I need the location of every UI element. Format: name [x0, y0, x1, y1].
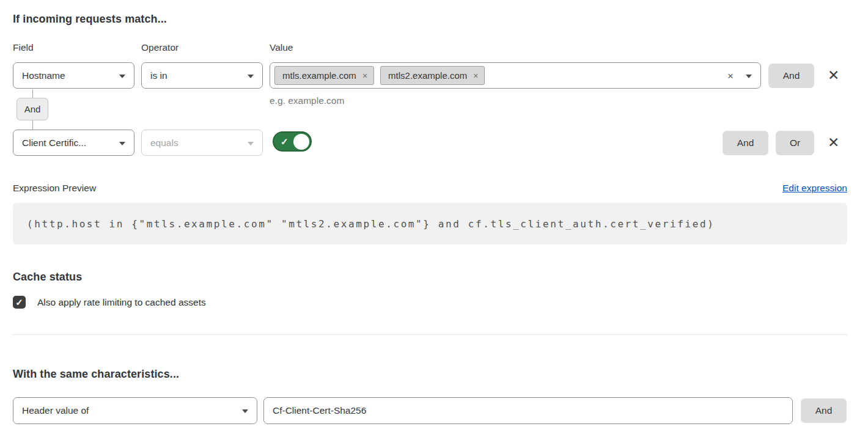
cached-assets-checkbox[interactable]: ✓ [13, 296, 26, 309]
operator-column-label: Operator [141, 42, 178, 53]
cert-verified-toggle[interactable]: ✓ [273, 131, 312, 152]
value-tag-text: mtls.example.com [282, 70, 356, 81]
rate-limit-rule-form: If incoming requests match... Field Oper… [0, 0, 868, 440]
field-select-row1[interactable]: Hostname [13, 62, 134, 89]
chevron-down-icon [119, 75, 125, 78]
field-select-row2[interactable]: Client Certific... [13, 130, 134, 156]
cached-assets-checkbox-label: Also apply rate limiting to cached asset… [37, 297, 206, 308]
operator-select-row1-value: is in [150, 70, 167, 81]
operator-select-row1[interactable]: is in [141, 62, 263, 89]
and-button-row1[interactable]: And [768, 64, 814, 88]
characteristic-select[interactable]: Header value of [13, 397, 257, 424]
operator-select-row2-value: equals [150, 138, 178, 148]
clear-values-icon[interactable]: × [727, 70, 734, 81]
chevron-down-icon [248, 142, 254, 145]
value-column-label: Value [270, 42, 293, 53]
remove-row1-icon[interactable]: ✕ [828, 68, 839, 82]
field-select-row2-value: Client Certific... [22, 138, 86, 148]
chevron-down-icon [242, 409, 248, 413]
value-helper-text: e.g. example.com [270, 95, 344, 106]
expression-code-preview: (http.host in {"mtls.example.com" "mtls2… [13, 203, 847, 244]
chevron-down-icon[interactable] [746, 75, 752, 78]
operator-select-row2-disabled: equals [141, 130, 263, 156]
or-button-row2[interactable]: Or [776, 131, 814, 155]
value-tag: mtls.example.com × [274, 66, 374, 85]
check-icon: ✓ [15, 298, 23, 307]
check-icon: ✓ [281, 137, 289, 146]
edit-expression-link[interactable]: Edit expression [782, 183, 847, 194]
connector-line [32, 120, 33, 130]
characteristic-select-value: Header value of [22, 405, 89, 416]
connector-and-chip[interactable]: And [17, 98, 48, 120]
header-name-input[interactable] [263, 397, 793, 424]
value-multiselect-row1[interactable]: mtls.example.com × mtls2.example.com × × [270, 62, 761, 89]
value-tag: mtls2.example.com × [380, 66, 485, 85]
and-button-row2[interactable]: And [723, 131, 768, 155]
tag-remove-icon[interactable]: × [473, 72, 478, 80]
section-divider [13, 334, 847, 335]
field-column-label: Field [13, 42, 34, 53]
connector-line [32, 89, 33, 98]
value-tag-text: mtls2.example.com [388, 70, 467, 81]
tag-remove-icon[interactable]: × [362, 72, 367, 80]
chevron-down-icon [248, 75, 254, 78]
cache-status-title: Cache status [13, 271, 82, 284]
and-button-characteristics[interactable]: And [801, 398, 847, 423]
remove-row2-icon[interactable]: ✕ [828, 136, 839, 150]
field-select-row1-value: Hostname [22, 70, 65, 81]
toggle-knob [293, 134, 309, 150]
chevron-down-icon [119, 142, 125, 145]
characteristics-title: With the same characteristics... [13, 368, 179, 381]
expression-preview-label: Expression Preview [13, 183, 96, 194]
match-section-title: If incoming requests match... [13, 13, 167, 26]
